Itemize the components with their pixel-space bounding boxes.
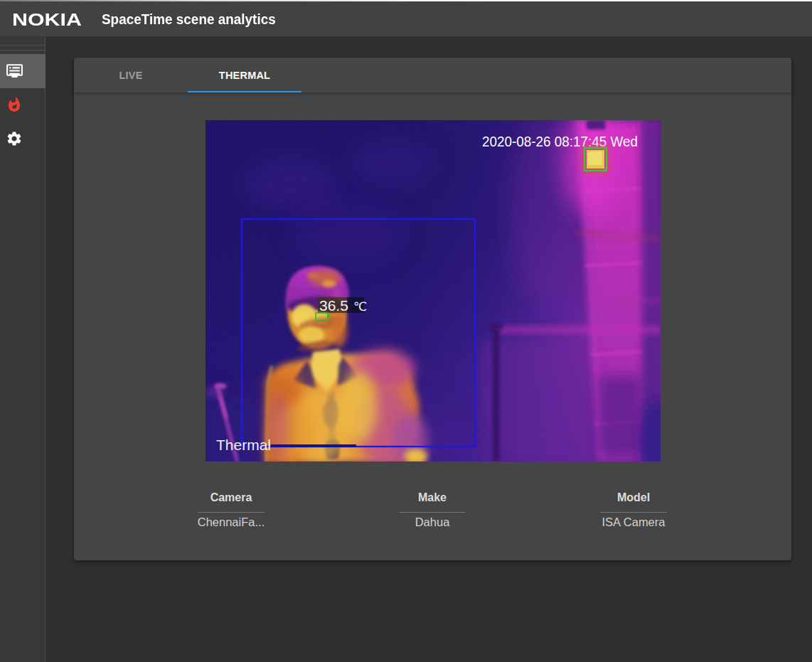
svg-text:2020-08-26 08:17:45 Wed: 2020-08-26 08:17:45 Wed: [482, 133, 638, 149]
svg-text:36.5: 36.5: [319, 297, 348, 314]
svg-text:NOKIA: NOKIA: [12, 11, 82, 29]
svg-text:℃: ℃: [353, 300, 367, 314]
svg-text:Thermal: Thermal: [216, 437, 271, 453]
